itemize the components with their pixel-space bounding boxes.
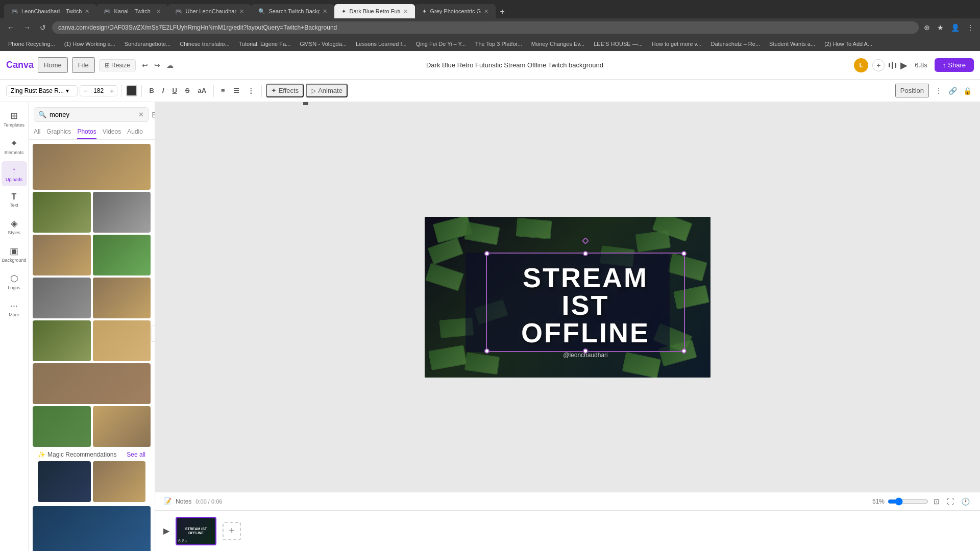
more-options-button[interactable]: ⋮ [933, 86, 944, 96]
play-button[interactable]: ▶ [900, 60, 908, 71]
sidebar-item-styles[interactable]: ◈ Styles [2, 214, 27, 239]
notes-label[interactable]: Notes [176, 498, 191, 505]
tab-all[interactable]: All [34, 125, 40, 139]
align-left-button[interactable]: ≡ [218, 85, 228, 96]
tab-4[interactable]: 🔍 Search Twitch Background – C... ✕ [251, 4, 334, 18]
fullscreen-button[interactable]: ⛶ [945, 496, 956, 507]
sidebar-item-uploads[interactable]: ↑ Uploads [2, 161, 27, 186]
handle-tr[interactable] [681, 251, 687, 256]
bookmark-4[interactable]: Chinese translatio... [176, 40, 233, 48]
search-input[interactable] [50, 111, 135, 118]
list-item[interactable] [38, 461, 91, 502]
bookmark-12[interactable]: How to get more v... [648, 40, 706, 48]
forward-button[interactable]: → [20, 21, 34, 34]
menu-icon[interactable]: ⋮ [965, 22, 976, 33]
list-button[interactable]: ☰ [230, 85, 242, 96]
tab-6[interactable]: ✦ Grey Photocentric Game Nigh... ✕ [415, 4, 496, 18]
extension-icon[interactable]: ⊕ [922, 22, 932, 33]
list-item[interactable] [93, 320, 151, 361]
list-item[interactable] [33, 506, 151, 551]
tab-2-close[interactable]: ✕ [156, 8, 161, 15]
list-item[interactable] [33, 144, 151, 190]
bookmark-9[interactable]: The Top 3 Platfor... [471, 40, 526, 48]
tab-3[interactable]: 🎮 Über LeonChaudhari – Twitch ✕ [168, 4, 251, 18]
list-item[interactable] [33, 406, 91, 447]
canvas-text-line2[interactable]: OFFLINE [502, 319, 669, 346]
resize-button[interactable]: ⊞ Resize [99, 59, 136, 71]
bookmark-10[interactable]: Money Changes Ev... [527, 40, 589, 48]
bookmark-11[interactable]: LEE'S HOUSE —... [590, 40, 647, 48]
tab-photos[interactable]: Photos [77, 125, 96, 139]
effects-button[interactable]: ✦ Effects [266, 84, 304, 97]
redo-button[interactable]: ↪ [152, 60, 162, 70]
rotation-handle[interactable] [582, 237, 589, 244]
tab-1-close[interactable]: ✕ [85, 8, 89, 15]
handle-tm[interactable] [583, 251, 588, 256]
refresh-button[interactable]: ↺ [37, 21, 49, 34]
list-item[interactable] [33, 235, 91, 276]
handle-bl[interactable] [484, 348, 489, 354]
bookmark-6[interactable]: GMSN - Vologda... [296, 40, 351, 48]
search-clear-icon[interactable]: ✕ [138, 111, 144, 118]
share-button[interactable]: ↑ Share [935, 58, 974, 72]
sidebar-item-templates[interactable]: ⊞ Templates [2, 106, 27, 132]
list-item[interactable] [33, 192, 91, 233]
home-button[interactable]: Home [38, 57, 68, 73]
animate-button[interactable]: ▷ Animate [306, 84, 348, 97]
account-icon[interactable]: 👤 [949, 22, 962, 33]
handle-bm[interactable] [583, 348, 588, 354]
strikethrough-button[interactable]: S [182, 85, 193, 96]
underline-button[interactable]: U [169, 85, 180, 96]
list-item[interactable] [33, 278, 91, 318]
bookmark-5[interactable]: Tutorial: Eigene Fa... [235, 40, 295, 48]
bookmark-2[interactable]: (1) How Working a... [60, 40, 119, 48]
list-item[interactable] [93, 278, 151, 318]
sidebar-item-background[interactable]: ▣ Background [2, 241, 27, 267]
canvas-text-line1[interactable]: STREAM IST [502, 264, 669, 319]
handle-br[interactable] [681, 348, 687, 354]
tab-graphics[interactable]: Graphics [46, 125, 71, 139]
tab-3-close[interactable]: ✕ [239, 8, 244, 15]
bookmark-13[interactable]: Datenschutz – Re... [706, 40, 764, 48]
lock-button[interactable]: 🔒 [961, 86, 974, 96]
list-ordered-button[interactable]: ⋮ [244, 85, 257, 96]
timeline-thumbnail[interactable]: STREAM ISTOFFLINE 6.8s [176, 517, 216, 545]
bookmark-7[interactable]: Lessons Learned f... [352, 40, 411, 48]
tab-2[interactable]: 🎮 Kanal – Twitch ✕ [96, 4, 168, 18]
bookmark-14[interactable]: Student Wants a... [765, 40, 819, 48]
undo-button[interactable]: ↩ [140, 60, 150, 70]
text-case-button[interactable]: aA [194, 85, 209, 96]
bold-button[interactable]: B [146, 85, 157, 96]
text-color-swatch[interactable] [126, 85, 137, 96]
sidebar-item-more[interactable]: ··· More [2, 296, 27, 321]
add-page-button[interactable]: + [223, 522, 241, 540]
magic-see-all[interactable]: See all [127, 451, 145, 458]
tab-6-close[interactable]: ✕ [484, 8, 488, 15]
sidebar-item-text[interactable]: T Text [2, 188, 27, 212]
save-button[interactable]: ☁ [164, 60, 176, 70]
list-item[interactable] [93, 235, 151, 276]
sidebar-item-elements[interactable]: ✦ Elements [2, 134, 27, 159]
font-size-input[interactable] [88, 87, 109, 94]
user-avatar[interactable]: L [854, 58, 868, 72]
tab-1[interactable]: 🎮 LeonChaudhari – Twitch ✕ [4, 4, 96, 18]
zoom-slider[interactable] [888, 497, 928, 506]
bookmark-15[interactable]: (2) How To Add A... [820, 40, 876, 48]
position-button[interactable]: Position [895, 84, 929, 97]
fit-button[interactable]: ⊡ [932, 496, 942, 507]
list-item[interactable] [33, 363, 151, 404]
tab-videos[interactable]: Videos [103, 125, 121, 139]
add-team-button[interactable]: + [872, 59, 885, 71]
file-button[interactable]: File [72, 57, 95, 73]
tab-5[interactable]: ✦ Dark Blue Retro Futuristic Str... ✕ [334, 4, 415, 18]
bookmark-icon[interactable]: ★ [935, 22, 946, 33]
tab-5-close[interactable]: ✕ [403, 8, 408, 15]
new-tab-button[interactable]: + [496, 5, 508, 18]
list-item[interactable] [93, 192, 151, 233]
timeline-play-button[interactable]: ▶ [163, 526, 169, 536]
address-input[interactable] [52, 21, 919, 34]
list-item[interactable] [33, 320, 91, 361]
back-button[interactable]: ← [4, 21, 17, 34]
canvas-content[interactable]: STREAM IST OFFLINE @leonchaudhari [425, 217, 710, 378]
font-size-decrease[interactable]: − [83, 87, 87, 95]
